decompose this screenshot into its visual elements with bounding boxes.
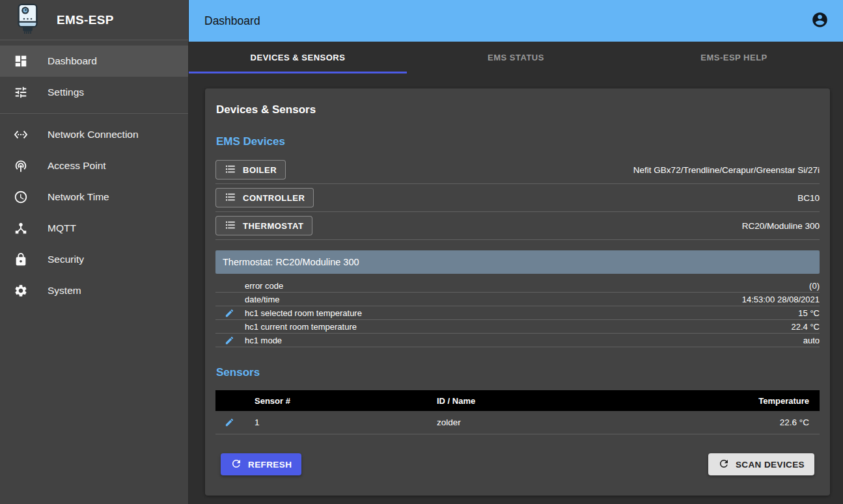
sidebar-item-network-connection[interactable]: Network Connection [0, 119, 188, 150]
sidebar-item-label: Access Point [48, 160, 106, 172]
tab-label: EMS-ESP HELP [700, 53, 767, 62]
data-value: 14:53:00 28/08/2021 [279, 295, 820, 304]
tab-devices-sensors[interactable]: DEVICES & SENSORS [189, 42, 407, 73]
tab-label: EMS STATUS [488, 53, 544, 62]
ems-devices-heading: EMS Devices [216, 135, 820, 148]
sidebar-nav: Dashboard Settings Network Connection Ac… [0, 40, 188, 306]
sidebar-item-security[interactable]: Security [0, 244, 188, 275]
sidebar-item-label: Network Connection [48, 129, 139, 140]
sensor-row: 1 zolder 22.6 °C [215, 411, 820, 434]
scan-devices-button[interactable]: SCAN DEVICES [708, 453, 814, 475]
device-button-label: CONTROLLER [243, 193, 305, 203]
data-value: 22.4 °C [357, 322, 820, 332]
data-value: auto [282, 336, 820, 345]
app-title: EMS-ESP [57, 13, 114, 27]
sidebar-item-mqtt[interactable]: MQTT [0, 213, 188, 244]
device-button-label: THERMOSTAT [243, 221, 303, 231]
device-data-rows: error code (0) date/time 14:53:00 28/08/… [215, 279, 820, 347]
refresh-button[interactable]: REFRESH [221, 453, 301, 475]
sidebar-item-dashboard[interactable]: Dashboard [0, 46, 188, 77]
sidebar-divider [0, 113, 188, 114]
sensors-heading: Sensors [216, 366, 820, 379]
sensor-name: zolder [437, 418, 689, 427]
controller-button[interactable]: CONTROLLER [215, 188, 314, 207]
tune-icon [14, 85, 28, 99]
scan-devices-button-label: SCAN DEVICES [736, 460, 805, 470]
thermostat-button[interactable]: THERMOSTAT [215, 216, 312, 235]
boiler-icon [16, 3, 40, 37]
sensor-temperature: 22.6 °C [689, 418, 820, 427]
gear-icon [14, 284, 28, 298]
data-label: error code [245, 281, 283, 291]
device-model: RC20/Moduline 300 [742, 221, 820, 231]
column-temperature: Temperature [689, 396, 820, 406]
data-value: (0) [283, 281, 820, 291]
devices-sensors-card: Devices & Sensors EMS Devices BOILER Nef… [205, 88, 830, 496]
device-hub-icon [14, 221, 28, 235]
sensors-table: Sensor # ID / Name Temperature 1 zolder … [215, 390, 820, 434]
data-label: date/time [245, 295, 279, 304]
sidebar-item-label: Security [48, 254, 84, 265]
device-row-thermostat: THERMOSTAT RC20/Moduline 300 [215, 212, 820, 240]
device-model: BC10 [797, 193, 820, 203]
list-icon [225, 219, 236, 233]
account-circle-icon [811, 11, 829, 31]
sidebar-item-label: System [48, 285, 81, 297]
dashboard-icon [14, 54, 28, 68]
data-row-hc1-selected-temp: hc1 selected room temperature 15 °C [215, 306, 820, 320]
tab-label: DEVICES & SENSORS [251, 53, 346, 62]
device-row-controller: CONTROLLER BC10 [215, 184, 820, 212]
data-row-hc1-mode: hc1 mode auto [215, 334, 820, 347]
clock-icon [14, 190, 28, 204]
card-title: Devices & Sensors [216, 103, 820, 116]
edit-icon[interactable] [215, 336, 245, 345]
column-sensor-number: Sensor # [255, 396, 437, 406]
tab-ems-status[interactable]: EMS STATUS [407, 42, 625, 73]
sidebar-item-label: Network Time [48, 191, 109, 203]
sidebar-header: EMS-ESP [0, 0, 188, 40]
sensor-number: 1 [255, 418, 437, 427]
data-row-date-time: date/time 14:53:00 28/08/2021 [215, 293, 820, 306]
list-icon [225, 163, 236, 177]
ethernet-icon [14, 127, 28, 142]
device-button-label: BOILER [243, 165, 277, 175]
refresh-icon [718, 458, 730, 471]
tab-bar: DEVICES & SENSORS EMS STATUS EMS-ESP HEL… [189, 42, 843, 73]
sidebar-item-label: Dashboard [48, 55, 97, 67]
device-model: Nefit GBx72/Trendline/Cerapur/Greenstar … [633, 165, 820, 175]
edit-icon[interactable] [215, 418, 245, 427]
data-label: hc1 selected room temperature [245, 308, 362, 318]
wifi-tethering-icon [14, 159, 28, 173]
account-button[interactable] [807, 8, 833, 34]
data-row-error-code: error code (0) [215, 279, 820, 293]
device-data-header: Thermostat: RC20/Moduline 300 [215, 250, 820, 274]
sensors-table-header: Sensor # ID / Name Temperature [215, 390, 820, 411]
device-row-boiler: BOILER Nefit GBx72/Trendline/Cerapur/Gre… [215, 156, 820, 184]
sidebar-item-settings[interactable]: Settings [0, 77, 188, 108]
boiler-button[interactable]: BOILER [215, 160, 286, 179]
data-label: hc1 mode [245, 336, 282, 345]
sidebar: EMS-ESP Dashboard Settings Network Conne… [0, 0, 189, 504]
sidebar-item-label: MQTT [48, 222, 76, 234]
refresh-button-label: REFRESH [248, 460, 292, 470]
sidebar-item-system[interactable]: System [0, 275, 188, 306]
column-id-name: ID / Name [437, 396, 689, 406]
data-label: hc1 current room temperature [245, 322, 357, 332]
data-value: 15 °C [362, 308, 820, 318]
sidebar-item-network-time[interactable]: Network Time [0, 181, 188, 213]
lock-icon [14, 252, 28, 267]
edit-icon[interactable] [215, 308, 245, 318]
card-actions: REFRESH SCAN DEVICES [215, 453, 820, 475]
page-title: Dashboard [204, 14, 807, 28]
ems-device-list: BOILER Nefit GBx72/Trendline/Cerapur/Gre… [215, 156, 820, 240]
refresh-icon [230, 458, 242, 471]
sidebar-item-access-point[interactable]: Access Point [0, 150, 188, 181]
content-area: Devices & Sensors EMS Devices BOILER Nef… [189, 73, 843, 504]
sidebar-item-label: Settings [48, 86, 84, 98]
device-data-title: Thermostat: RC20/Moduline 300 [223, 257, 359, 267]
list-icon [225, 191, 236, 205]
appbar: Dashboard [189, 0, 843, 42]
tab-ems-esp-help[interactable]: EMS-ESP HELP [625, 42, 843, 73]
data-row-hc1-current-temp: hc1 current room temperature 22.4 °C [215, 320, 820, 334]
